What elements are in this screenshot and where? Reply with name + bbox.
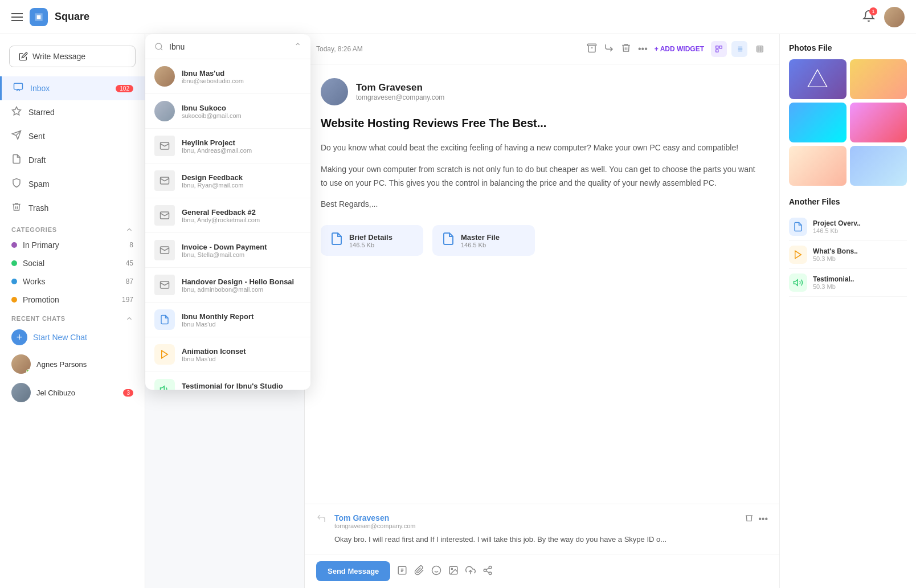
result-sub-6: Ibnu, adminbobon@mail.com <box>182 286 301 293</box>
search-bar[interactable]: ⌃ <box>145 34 310 59</box>
email-body-para-2: Making your own computer from scratch is… <box>321 163 763 190</box>
user-avatar[interactable] <box>884 7 905 27</box>
file-item-1[interactable]: What's Bons.. 50.3 Mb <box>789 241 907 269</box>
agnes-avatar <box>11 354 31 374</box>
search-result-invoice[interactable]: Invoice - Down Payment Ibnu, Stella@mail… <box>145 233 310 268</box>
photo-5[interactable] <box>789 146 847 186</box>
start-new-chat-label: Start New Chat <box>33 333 87 342</box>
sidebar-item-inbox[interactable]: Inbox 102 <box>0 76 145 100</box>
start-new-chat-button[interactable]: + Start New Chat <box>0 325 145 350</box>
category-promotion[interactable]: Promotion 197 <box>0 291 145 309</box>
file-icon-blue-0 <box>789 218 807 236</box>
result-email-icon-6 <box>154 275 175 295</box>
reply-text: Okay bro. I will read first and If I int… <box>334 534 737 545</box>
file-item-2[interactable]: Testimonial.. 50.3 Mb <box>789 269 907 297</box>
delete-button[interactable] <box>621 43 631 55</box>
attachment-button[interactable] <box>414 565 424 578</box>
another-files-title: Another Files <box>789 197 907 206</box>
search-close-button[interactable]: ⌃ <box>294 41 301 52</box>
sent-label: Sent <box>28 132 45 141</box>
search-result-handover[interactable]: Handover Design - Hello Bonsai Ibnu, adm… <box>145 268 310 303</box>
notification-button[interactable]: 1 <box>862 10 875 24</box>
promotion-dot <box>11 297 17 303</box>
result-name-9: Testimonial for Ibnu's Studio <box>182 382 301 390</box>
search-result-animation-iconset[interactable]: Animation Iconset Ibnu Mas'ud <box>145 337 310 372</box>
attachment-brief-details[interactable]: Brief Details 146.5 Kb <box>321 225 423 256</box>
email-timestamp: Today, 8:26 AM <box>316 45 363 53</box>
sidebar-item-draft[interactable]: Draft <box>0 148 145 172</box>
spam-label: Spam <box>28 179 50 189</box>
sidebar-item-starred[interactable]: Starred <box>0 100 145 124</box>
cloud-upload-button[interactable] <box>465 565 476 578</box>
result-file-icon-8 <box>154 344 175 365</box>
category-works[interactable]: Works 87 <box>0 272 145 291</box>
result-name-1: Ibnu Sukoco <box>182 104 301 112</box>
search-result-monthly-report[interactable]: Ibnu Monthly Report Ibnu Mas'ud <box>145 303 310 337</box>
result-name-0: Ibnu Mas'ud <box>182 69 301 77</box>
search-result-general-feedback[interactable]: General Feedback #2 Ibnu, Andy@rocketmai… <box>145 198 310 233</box>
photo-4[interactable] <box>850 103 907 142</box>
photo-6[interactable] <box>850 146 907 186</box>
social-count: 45 <box>126 259 133 267</box>
in-primary-label: In Primary <box>23 240 59 250</box>
inbox-label: Inbox <box>30 84 50 93</box>
search-icon <box>154 42 163 51</box>
result-email-icon-4 <box>154 205 175 226</box>
attachment-master-file[interactable]: Master File 146.5 Kb <box>432 225 535 256</box>
widget-toggle-3[interactable] <box>752 41 768 57</box>
widget-toggle-1[interactable] <box>711 41 727 57</box>
svg-marker-12 <box>161 386 165 390</box>
sidebar-item-sent[interactable]: Sent <box>0 124 145 148</box>
write-message-button[interactable]: Write Message <box>9 46 136 67</box>
text-format-button[interactable] <box>397 565 407 578</box>
file-item-0[interactable]: Project Overv.. 146.5 Kb <box>789 213 907 241</box>
reply-delete-button[interactable] <box>745 513 754 525</box>
inbox-badge: 102 <box>116 85 133 92</box>
archive-button[interactable] <box>587 43 597 55</box>
file-name-0: Project Overv.. <box>813 219 861 227</box>
reply-more-button[interactable]: ••• <box>758 514 768 524</box>
plus-icon: + <box>11 329 27 345</box>
add-widget-button[interactable]: + ADD WIDGET <box>655 45 704 53</box>
reply-back-icon[interactable] <box>316 513 326 524</box>
hamburger-menu[interactable] <box>11 13 23 21</box>
result-email-icon-5 <box>154 240 175 260</box>
chat-agnes[interactable]: Agnes Parsons <box>0 350 145 378</box>
image-button[interactable] <box>448 565 459 578</box>
photo-1[interactable] <box>789 59 847 99</box>
category-in-primary[interactable]: In Primary 8 <box>0 236 145 254</box>
write-message-label: Write Message <box>32 52 85 61</box>
result-name-2: Heylink Project <box>182 138 301 147</box>
send-message-button[interactable]: Send Message <box>316 561 390 581</box>
sidebar-item-trash[interactable]: Trash <box>0 196 145 220</box>
search-result-design-feedback[interactable]: Design Feedback Ibnu, Ryan@mail.com <box>145 164 310 198</box>
search-result-heylink[interactable]: Heylink Project Ibnu, Andreas@mail.com <box>145 129 310 164</box>
svg-marker-43 <box>794 280 798 286</box>
result-email-icon-2 <box>154 136 175 156</box>
result-sub-4: Ibnu, Andy@rocketmail.com <box>182 217 301 223</box>
widget-toggle-2[interactable] <box>731 41 747 57</box>
photo-2[interactable] <box>850 59 907 99</box>
search-result-testimonial[interactable]: Testimonial for Ibnu's Studio Ibnu Mas'u… <box>145 372 310 390</box>
svg-point-36 <box>489 566 492 569</box>
result-name-4: General Feedback #2 <box>182 208 301 217</box>
more-options-button[interactable]: ••• <box>638 44 648 54</box>
in-primary-dot <box>11 242 17 248</box>
emoji-button[interactable] <box>431 565 441 578</box>
email-body: Do you know what could beat the exciting… <box>321 141 763 211</box>
search-result-ibnu-masud[interactable]: Ibnu Mas'ud ibnu@sebostudio.com <box>145 59 310 94</box>
category-social[interactable]: Social 45 <box>0 254 145 272</box>
promotion-count: 197 <box>122 296 133 304</box>
right-panel: Photos File Another Files Project Overv.… <box>779 34 916 588</box>
sidebar-item-spam[interactable]: Spam <box>0 172 145 196</box>
chat-jel[interactable]: Jel Chibuzo 3 <box>0 378 145 407</box>
photo-3[interactable] <box>789 103 847 142</box>
search-input[interactable] <box>169 42 288 51</box>
forward-button[interactable] <box>604 43 614 55</box>
works-dot <box>11 279 17 284</box>
categories-header: CATEGORIES <box>0 220 145 236</box>
topbar: Square 1 <box>0 0 916 34</box>
trash-label: Trash <box>28 203 48 213</box>
share-button[interactable] <box>482 565 493 578</box>
search-result-ibnu-sukoco[interactable]: Ibnu Sukoco sukocoib@gmail.com <box>145 94 310 129</box>
